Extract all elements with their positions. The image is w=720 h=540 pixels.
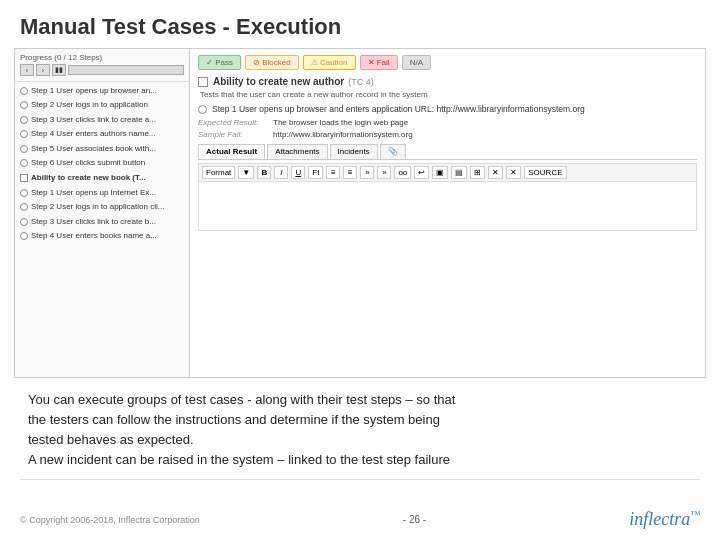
- remove2-button[interactable]: ✕: [506, 166, 521, 179]
- indent1-button[interactable]: »: [360, 166, 374, 179]
- source-button[interactable]: SOURCE: [524, 166, 566, 179]
- italic-button[interactable]: I: [274, 166, 288, 179]
- step-list-item-7[interactable]: Step 1 User opens up Internet Ex...: [15, 186, 189, 200]
- step-list-radio[interactable]: [20, 189, 28, 197]
- tab-incidents[interactable]: Incidents: [330, 144, 378, 159]
- editor-toolbar: Format ▼ B I U Ft ≡ ≡ » » oo ↩ ▣ ▤ ⊞ ✕ ✕…: [198, 163, 697, 181]
- tab-link[interactable]: 📎: [380, 144, 406, 159]
- step-detail: Step 1 User opens up browser and enters …: [198, 104, 697, 114]
- step-list: Step 1 User opens up browser an...Step 2…: [15, 82, 189, 245]
- step-list-item-9[interactable]: Step 3 User clicks link to create b...: [15, 215, 189, 229]
- page-number: - 26 -: [403, 514, 426, 525]
- bottom-content: You can execute groups of test cases - a…: [0, 378, 720, 471]
- result-toolbar: ✓ Pass ⊘ Blocked ⚠ Caution ✕ Fail N/A: [198, 55, 697, 70]
- image-button[interactable]: ▣: [432, 166, 448, 179]
- step-list-radio[interactable]: [20, 87, 28, 95]
- grid-button[interactable]: ⊞: [470, 166, 485, 179]
- font-button[interactable]: Ft: [308, 166, 323, 179]
- editor-area[interactable]: [198, 181, 697, 231]
- logo-text: inflectra: [629, 509, 690, 529]
- sample-fail-value: http://www.libraryinformationsystem.org: [273, 130, 697, 139]
- step-list-item-3[interactable]: Step 4 User enters authors name...: [15, 127, 189, 141]
- progress-controls: ‹ › ▮▮: [20, 64, 184, 76]
- pass-button[interactable]: ✓ Pass: [198, 55, 241, 70]
- bottom-line3: tested behaves as expected.: [28, 432, 194, 447]
- step-list-item-0[interactable]: Step 1 User opens up browser an...: [15, 84, 189, 98]
- footer-divider: [20, 479, 700, 480]
- tc-header: Ability to create new author (TC 4): [198, 76, 697, 87]
- tc-id: (TC 4): [348, 77, 374, 87]
- remove1-button[interactable]: ✕: [488, 166, 503, 179]
- expected-result-row: Expected Result: The browser loads the l…: [198, 118, 697, 127]
- progress-bar-container: [68, 65, 184, 75]
- progress-label: Progress (0 / 12 Steps): [20, 53, 184, 62]
- step-list-item-5[interactable]: Step 6 User clicks submit button: [15, 156, 189, 170]
- bold-button[interactable]: B: [257, 166, 271, 179]
- bottom-line1: You can execute groups of test cases - a…: [28, 392, 455, 407]
- fail-button[interactable]: ✕ Fail: [360, 55, 398, 70]
- page-title: Manual Test Cases - Execution: [0, 0, 720, 48]
- bottom-line2: the testers can follow the instructions …: [28, 412, 440, 427]
- step-list-radio[interactable]: [20, 145, 28, 153]
- step-list-radio[interactable]: [20, 130, 28, 138]
- table-button[interactable]: ▤: [451, 166, 467, 179]
- step-list-item-8[interactable]: Step 2 User logs in to application cli..…: [15, 200, 189, 214]
- expected-value: The browser loads the login web page: [273, 118, 697, 127]
- list2-button[interactable]: ≡: [343, 166, 357, 179]
- bottom-line4: A new incident can be raised in the syst…: [28, 452, 450, 467]
- step-radio[interactable]: [198, 105, 207, 114]
- format-dropdown[interactable]: ▼: [238, 166, 254, 179]
- blocked-button[interactable]: ⊘ Blocked: [245, 55, 299, 70]
- prev-button[interactable]: ‹: [20, 64, 34, 76]
- step-list-radio[interactable]: [20, 116, 28, 124]
- step-list-radio[interactable]: [20, 203, 28, 211]
- sample-fail-row: Sample Fail: http://www.libraryinformati…: [198, 130, 697, 139]
- section-header-6[interactable]: Ability to create new book (T...: [15, 170, 189, 185]
- sample-fail-label: Sample Fail:: [198, 130, 273, 139]
- undo-button[interactable]: ↩: [414, 166, 429, 179]
- progress-area: Progress (0 / 12 Steps) ‹ › ▮▮: [15, 49, 189, 82]
- tab-actual-result[interactable]: Actual Result: [198, 144, 265, 159]
- tc-description: Tests that the user can create a new aut…: [198, 90, 697, 99]
- pause-button[interactable]: ▮▮: [52, 64, 66, 76]
- right-panel: ✓ Pass ⊘ Blocked ⚠ Caution ✕ Fail N/A Ab…: [190, 49, 705, 377]
- step-list-item-2[interactable]: Step 3 User clicks link to create a...: [15, 113, 189, 127]
- step-list-item-10[interactable]: Step 4 User enters books name a...: [15, 229, 189, 243]
- copyright-text: © Copyright 2006-2018, Inflectra Corpora…: [20, 515, 200, 525]
- na-button[interactable]: N/A: [402, 55, 431, 70]
- step-list-radio[interactable]: [20, 218, 28, 226]
- step-text: Step 1 User opens up browser and enters …: [212, 104, 585, 114]
- section-checkbox[interactable]: [20, 174, 28, 182]
- tc-checkbox[interactable]: [198, 77, 208, 87]
- actual-tabs: Actual Result Attachments Incidents 📎: [198, 144, 697, 160]
- indent2-button[interactable]: »: [377, 166, 391, 179]
- next-button[interactable]: ›: [36, 64, 50, 76]
- logo-symbol: ™: [690, 509, 700, 520]
- tab-attachments[interactable]: Attachments: [267, 144, 327, 159]
- left-panel[interactable]: Progress (0 / 12 Steps) ‹ › ▮▮ Step 1 Us…: [15, 49, 190, 377]
- main-content-area: Progress (0 / 12 Steps) ‹ › ▮▮ Step 1 Us…: [14, 48, 706, 378]
- footer: © Copyright 2006-2018, Inflectra Corpora…: [0, 509, 720, 530]
- special1-button[interactable]: oo: [394, 166, 411, 179]
- list1-button[interactable]: ≡: [326, 166, 340, 179]
- step-list-radio[interactable]: [20, 159, 28, 167]
- tc-title: Ability to create new author: [213, 76, 344, 87]
- underline-button[interactable]: U: [291, 166, 305, 179]
- step-list-item-4[interactable]: Step 5 User associates book with...: [15, 142, 189, 156]
- step-list-radio[interactable]: [20, 232, 28, 240]
- inflectra-logo: inflectra™: [629, 509, 700, 530]
- step-list-item-1[interactable]: Step 2 User logs in to application: [15, 98, 189, 112]
- caution-button[interactable]: ⚠ Caution: [303, 55, 356, 70]
- step-list-radio[interactable]: [20, 101, 28, 109]
- format-select[interactable]: Format: [202, 166, 235, 179]
- expected-label: Expected Result:: [198, 118, 273, 127]
- bottom-paragraph: You can execute groups of test cases - a…: [28, 390, 692, 471]
